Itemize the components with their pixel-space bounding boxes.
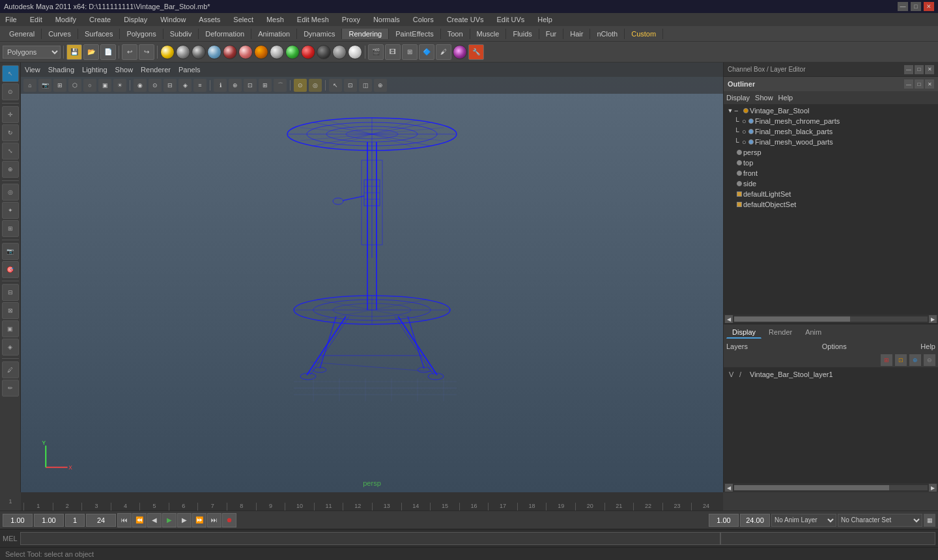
material-sphere-black[interactable] [317,45,331,59]
cb-minimize-btn[interactable]: — [904,65,913,74]
tool-paint3[interactable]: ✏ [2,380,19,397]
tool-paint[interactable]: 🖌 [436,44,451,60]
play-next-frame-btn[interactable]: ▶ [177,513,192,527]
shelf-tab-rendering[interactable]: Rendering [342,29,389,39]
outliner-item-top[interactable]: top [724,158,938,168]
timeline-track[interactable]: 1 2 3 4 5 6 7 8 9 10 11 12 13 14 15 16 1… [21,492,723,511]
vp-camera-select[interactable]: 📷 [38,79,51,92]
vp-manips[interactable]: ⊕ [229,79,242,92]
scroll-right-arrow[interactable]: ▶ [929,315,937,323]
menu-file[interactable]: File [3,14,20,25]
frame-start-input[interactable] [3,514,33,527]
layer-scroll-right[interactable]: ▶ [929,484,937,492]
play-go-end-btn[interactable]: ⏭ [207,513,221,527]
layer-scroll-track[interactable] [734,485,928,490]
layer-add-selected-icon[interactable]: ⊕ [909,354,921,366]
outliner-menu-display[interactable]: Display [726,94,750,102]
outliner-item-objectset[interactable]: defaultObjectSet [724,199,938,210]
range-end-input[interactable] [740,514,770,527]
tool-layers3[interactable]: ▣ [2,320,19,337]
frame-end-input[interactable] [86,514,116,527]
shelf-tab-dynamics[interactable]: Dynamics [297,29,342,39]
material-sphere-8[interactable] [270,45,284,59]
material-sphere-9[interactable] [285,45,300,59]
vp-menu-show[interactable]: Show [115,66,134,74]
shelf-tab-curves[interactable]: Curves [42,29,78,39]
tool-paint2[interactable]: 🖊 [2,361,19,378]
tool-show-manip[interactable]: ⊞ [2,220,19,237]
shelf-tab-general[interactable]: General [3,29,42,39]
layer-tab-render[interactable]: Render [763,326,798,338]
material-sphere-6[interactable] [238,45,253,59]
layer-tab-display[interactable]: Display [726,326,761,339]
tool-redo[interactable]: ↪ [139,44,154,60]
material-sphere-5[interactable] [223,45,237,59]
vp-vert[interactable]: ⊕ [374,79,387,92]
play-forward-btn[interactable]: ▶ [162,513,177,527]
vp-sel-highlight[interactable]: ◈ [178,79,192,92]
layer-remove-icon[interactable]: ⊖ [924,354,935,366]
expand-icon[interactable]: ▼ [726,107,734,115]
vp-snap-curves[interactable]: ⌒ [274,79,287,92]
material-sphere-7[interactable] [254,45,268,59]
vp-texture[interactable]: ▣ [98,79,111,92]
scroll-left-arrow[interactable]: ◀ [725,315,733,323]
viewport[interactable]: View Shading Lighting Show Renderer Pane… [21,63,723,492]
menu-window[interactable]: Window [158,14,188,25]
tool-move[interactable]: ✛ [2,106,19,123]
menu-colors[interactable]: Colors [410,14,436,25]
tool-select[interactable]: ↖ [2,65,19,82]
tool-uv[interactable]: ⊞ [402,44,418,60]
layer-menu-options[interactable]: Options [822,343,847,350]
outliner-item-side[interactable]: side [724,178,938,189]
maximize-button[interactable]: □ [911,2,921,11]
menu-edit[interactable]: Edit [27,14,45,25]
tool-open[interactable]: 📂 [83,44,99,60]
vp-xray[interactable]: ◉ [134,79,147,92]
cb-maximize-btn[interactable]: □ [915,65,924,74]
vp-sun1[interactable]: ⊙ [294,79,307,92]
char-set-selector[interactable]: No Character Set [838,514,922,527]
material-sphere-white[interactable] [348,45,362,59]
tool-sculpt[interactable]: ✦ [2,202,19,219]
material-sphere-3[interactable] [192,45,206,59]
tool-rotate[interactable]: ↻ [2,124,19,141]
close-button[interactable]: ✕ [924,2,934,11]
material-sphere-10[interactable] [301,45,315,59]
tool-camera[interactable]: 📷 [2,243,19,260]
layer-row-vintage[interactable]: V / Vintage_Bar_Stool_layer1 [726,369,935,380]
menu-assets[interactable]: Assets [196,14,223,25]
menu-mesh[interactable]: Mesh [264,14,287,25]
vp-wireframe[interactable]: ⬡ [68,79,81,92]
outliner-item-front[interactable]: front [724,168,938,178]
material-sphere-1[interactable] [160,45,175,59]
play-next-key-btn[interactable]: ⏩ [192,513,206,527]
shelf-tab-ncloth[interactable]: nCloth [590,29,625,39]
tool-render2[interactable]: 🎞 [385,44,401,60]
vp-menu-panels[interactable]: Panels [178,66,201,74]
tool-sphere-special[interactable] [453,45,467,59]
shelf-tab-subdiv[interactable]: Subdiv [163,29,199,39]
outliner-menu-show[interactable]: Show [755,94,773,102]
outliner-item-wood[interactable]: └ ○ Final_mesh_wood_parts [724,137,938,147]
vp-select-mode[interactable]: ↖ [329,79,342,92]
tool-extra[interactable]: 🔧 [468,44,484,60]
minimize-button[interactable]: — [898,2,908,11]
shelf-tab-polygons[interactable]: Polygons [120,29,163,39]
tool-universal[interactable]: ⊕ [2,161,19,178]
menu-normals[interactable]: Normals [371,14,403,25]
vp-isolate[interactable]: ⊙ [149,79,162,92]
vp-menu-renderer[interactable]: Renderer [141,66,171,74]
play-record-btn[interactable]: ⏺ [222,513,236,527]
menu-create-uvs[interactable]: Create UVs [444,14,487,25]
outliner-close-btn[interactable]: ✕ [925,79,934,89]
vp-snap-points[interactable]: ⊡ [244,79,257,92]
shelf-tab-custom[interactable]: Custom [625,29,663,39]
menu-edit-mesh[interactable]: Edit Mesh [294,14,332,25]
material-sphere-2[interactable] [176,45,190,59]
tool-camera-aim[interactable]: 🎯 [2,261,19,278]
vp-smooth[interactable]: ○ [83,79,96,92]
vp-light[interactable]: ☀ [113,79,126,92]
shelf-tab-deformation[interactable]: Deformation [199,29,251,39]
tool-new[interactable]: 📄 [100,44,116,60]
